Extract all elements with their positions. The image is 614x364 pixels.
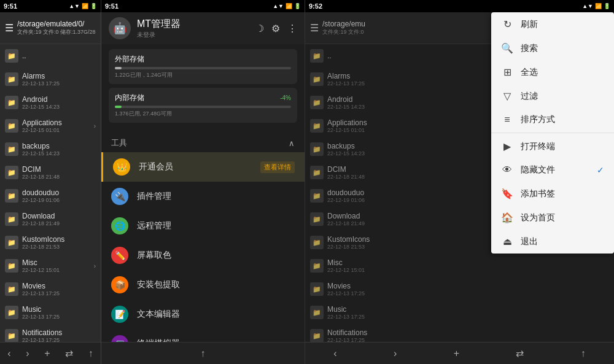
list-item[interactable]: 📁 Download 22-12-18 21:49 xyxy=(0,207,101,231)
list-item[interactable]: 📁 Alarms 22-12-13 17:25 xyxy=(0,68,101,91)
apk-label: 安装包提取 xyxy=(137,279,295,290)
terminal-menu-item[interactable]: 💻 终端模拟器 xyxy=(101,329,305,342)
right-panel: ☰ /storage/emu 文件夹:19 文件:0 ⋮ 📁 .. 📁 Alar… xyxy=(305,12,614,364)
folder-icon: 📁 xyxy=(5,259,18,273)
left-file-list: 📁 .. 📁 Alarms 22-12-13 17:25 📁 Android 2… xyxy=(0,44,101,342)
middle-panel: 🤖 MT管理器 未登录 ☽ ⚙ ⋮ 外部存储 xyxy=(101,12,305,364)
checkmark-icon: ✓ xyxy=(597,165,604,175)
tools-section: 工具 ∧ 👑 开通会员 查看详情 🔌 插件管理 🌐 远程管理 xyxy=(101,131,305,342)
list-item[interactable]: 📁 DCIM 22-12-18 21:48 xyxy=(0,161,101,184)
dropdown-hidden-label: 隐藏文件 xyxy=(521,165,589,176)
more-options-icon[interactable]: ⋮ xyxy=(287,23,297,34)
text-editor-icon: 📝 xyxy=(111,306,128,323)
right-up-button[interactable]: ↑ xyxy=(576,346,591,362)
list-item[interactable]: 📁 Music 22-12-13 17:25 xyxy=(0,301,101,324)
bookmark-icon: 🔖 xyxy=(501,188,513,199)
right-transfer-button[interactable]: ⇄ xyxy=(511,345,529,362)
dropdown-filter[interactable]: ▽ 过滤 xyxy=(491,84,614,108)
status-time-right: 9:52 xyxy=(309,2,322,10)
list-item[interactable]: 📁 Applications 22-12-15 01:01 › xyxy=(0,114,101,137)
dropdown-terminal-label: 打开终端 xyxy=(521,141,604,152)
middle-panel-header: 🤖 MT管理器 未登录 ☽ ⚙ ⋮ xyxy=(101,12,305,44)
dropdown-filter-label: 过滤 xyxy=(521,91,604,102)
dropdown-bookmark[interactable]: 🔖 添加书签 xyxy=(491,182,614,206)
tools-section-header: 工具 ∧ xyxy=(101,134,305,152)
list-item[interactable]: 📁 KustomIcons 22-12-18 21:53 xyxy=(0,231,101,254)
remote-menu-item[interactable]: 🌐 远程管理 xyxy=(101,211,305,241)
sort-icon: ≡ xyxy=(501,114,513,125)
dropdown-exit[interactable]: ⏏ 退出 xyxy=(491,230,614,254)
list-item[interactable]: 📁 Notifications 22-12-13 17:25 xyxy=(0,324,101,342)
text-editor-label: 文本编辑器 xyxy=(137,309,295,320)
right-bottom-toolbar: ‹ › + ⇄ ↑ xyxy=(305,342,614,364)
plugin-menu-item[interactable]: 🔌 插件管理 xyxy=(101,182,305,211)
collapse-icon[interactable]: ∧ xyxy=(289,139,295,148)
internal-storage-item[interactable]: 内部存储 -4% 1.376已用, 27.48G可用 xyxy=(109,88,297,123)
plugin-label: 插件管理 xyxy=(137,191,295,202)
right-nav-forward-button[interactable]: › xyxy=(389,346,402,362)
nav-forward-button[interactable]: › xyxy=(21,346,34,362)
folder-icon: 📁 xyxy=(5,212,18,226)
right-add-button[interactable]: + xyxy=(449,346,464,362)
left-panel-subtitle: 文件夹:19 文件:0 储存:1.37G/28.85G xyxy=(17,28,96,36)
right-nav-back-button[interactable]: ‹ xyxy=(328,346,341,362)
up-button[interactable]: ↑ xyxy=(84,346,98,362)
folder-icon: 📁 xyxy=(5,72,18,86)
vip-label: 开通会员 xyxy=(139,161,252,172)
external-storage-item[interactable]: 外部存储 1.22G已用，1.24G可用 xyxy=(109,49,297,84)
eye-icon: 👁 xyxy=(501,165,513,176)
dropdown-select-all-label: 全选 xyxy=(521,67,604,78)
external-storage-detail: 1.22G已用，1.24G可用 xyxy=(115,71,291,79)
settings-icon[interactable]: ⚙ xyxy=(271,23,280,34)
dropdown-hidden-files[interactable]: 👁 隐藏文件 ✓ xyxy=(491,158,614,182)
folder-icon: 📁 xyxy=(5,96,18,109)
app-subtitle: 未登录 xyxy=(137,31,249,39)
left-menu-icon[interactable]: ☰ xyxy=(5,22,14,34)
list-item[interactable]: 📁 doudouduo 22-12-19 01:06 xyxy=(0,184,101,207)
arrow-icon: › xyxy=(94,263,96,269)
left-panel-header: ☰ /storage/emulated/0/ 文件夹:19 文件:0 储存:1.… xyxy=(0,12,101,44)
app-title: MT管理器 xyxy=(137,18,249,31)
vip-icon: 👑 xyxy=(113,158,130,176)
list-item[interactable]: 📁 Misc 22-12-12 15:01 › xyxy=(0,254,101,277)
select-all-icon: ⊞ xyxy=(501,66,513,78)
folder-icon: 📁 xyxy=(5,236,18,249)
refresh-icon: ↻ xyxy=(501,18,513,30)
dropdown-open-terminal[interactable]: ▶ 打开终端 xyxy=(491,134,614,158)
dropdown-sort[interactable]: ≡ 排序方式 xyxy=(491,108,614,131)
list-item[interactable]: 📁 .. xyxy=(0,44,101,68)
folder-icon: 📁 xyxy=(5,49,18,63)
filter-icon: ▽ xyxy=(501,90,513,102)
color-label: 屏幕取色 xyxy=(137,250,295,261)
list-item[interactable]: 📁 Android 22-12-15 14:23 xyxy=(0,91,101,114)
apk-menu-item[interactable]: 📦 安装包提取 xyxy=(101,270,305,300)
folder-icon: 📁 xyxy=(5,189,18,203)
dropdown-bookmark-label: 添加书签 xyxy=(521,188,604,199)
dropdown-sort-label: 排序方式 xyxy=(521,114,604,125)
add-button[interactable]: + xyxy=(39,346,55,362)
folder-icon: 📁 xyxy=(5,142,18,156)
list-item[interactable]: 📁 Movies 22-12-13 17:25 xyxy=(0,277,101,301)
terminal-icon: 💻 xyxy=(111,335,128,342)
vip-action[interactable]: 查看详情 xyxy=(260,161,295,173)
dropdown-set-home[interactable]: 🏠 设为首页 xyxy=(491,206,614,230)
folder-icon: 📁 xyxy=(5,306,18,319)
dropdown-select-all[interactable]: ⊞ 全选 xyxy=(491,60,614,84)
nav-back-button[interactable]: ‹ xyxy=(2,346,15,362)
list-item[interactable]: 📁 backups 22-12-15 14:23 xyxy=(0,137,101,161)
middle-up-button[interactable]: ↑ xyxy=(195,346,212,362)
left-panel-path: /storage/emulated/0/ xyxy=(17,20,96,28)
dropdown-refresh[interactable]: ↻ 刷新 xyxy=(491,12,614,36)
internal-storage-percent: -4% xyxy=(280,95,291,101)
folder-icon: 📁 xyxy=(5,329,18,342)
color-menu-item[interactable]: ✏️ 屏幕取色 xyxy=(101,241,305,270)
status-time-middle: 9:51 xyxy=(105,2,119,10)
vip-menu-item[interactable]: 👑 开通会员 查看详情 xyxy=(101,152,305,182)
dropdown-search[interactable]: 🔍 搜索 xyxy=(491,36,614,60)
moon-icon[interactable]: ☽ xyxy=(255,23,264,34)
middle-bottom-toolbar: ↑ xyxy=(101,342,305,364)
transfer-button[interactable]: ⇄ xyxy=(60,345,78,362)
home-icon: 🏠 xyxy=(501,212,513,223)
internal-storage-detail: 1.376已用, 27.48G可用 xyxy=(115,110,291,118)
text-editor-menu-item[interactable]: 📝 文本编辑器 xyxy=(101,300,305,329)
